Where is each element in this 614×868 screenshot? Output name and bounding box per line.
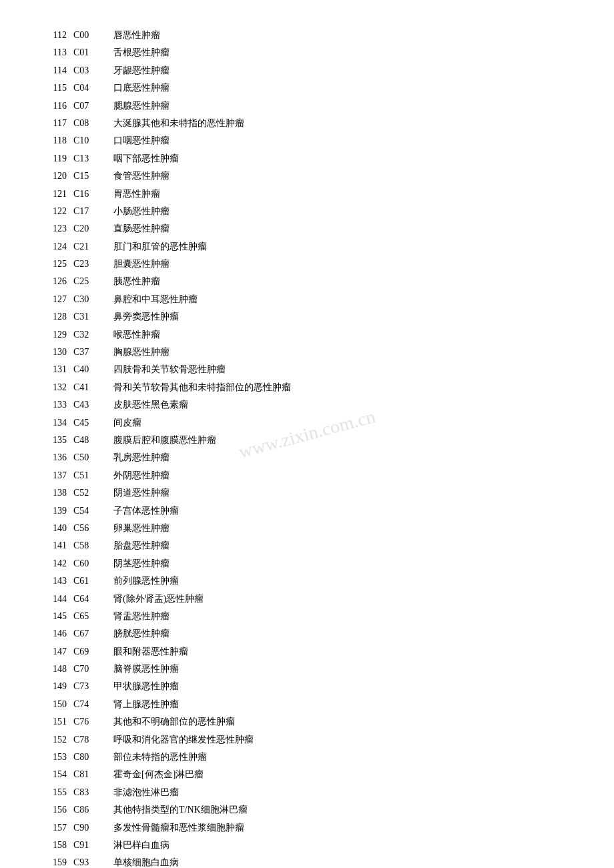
row-number: 112	[40, 28, 73, 43]
row-number: 148	[40, 662, 73, 677]
row-code: C08	[73, 116, 113, 131]
row-code: C90	[73, 821, 113, 835]
row-number: 139	[40, 504, 73, 518]
row-number: 150	[40, 697, 73, 712]
table-row: 149C73甲状腺恶性肿瘤	[40, 678, 574, 695]
row-code: C13	[73, 151, 113, 166]
row-description: 腮腺恶性肿瘤	[113, 99, 574, 113]
row-code: C04	[73, 81, 113, 95]
table-row: 146C67膀胱恶性肿瘤	[40, 625, 574, 642]
row-description: 乳房恶性肿瘤	[113, 450, 574, 465]
row-description: 非滤泡性淋巴瘤	[113, 785, 574, 800]
row-description: 口咽恶性肿瘤	[113, 133, 574, 148]
row-code: C73	[73, 679, 113, 694]
row-description: 唇恶性肿瘤	[113, 28, 574, 43]
row-description: 其他和不明确部位的恶性肿瘤	[113, 715, 574, 729]
row-description: 胃恶性肿瘤	[113, 187, 574, 201]
table-row: 128C31鼻旁窦恶性肿瘤	[40, 308, 574, 326]
row-description: 阴道恶性肿瘤	[113, 486, 574, 500]
row-description: 喉恶性肿瘤	[113, 328, 574, 342]
row-number: 145	[40, 609, 73, 624]
row-description: 霍奇金[何杰金]淋巴瘤	[113, 767, 574, 782]
row-number: 144	[40, 592, 73, 606]
row-code: C76	[73, 715, 113, 729]
row-description: 阴茎恶性肿瘤	[113, 556, 574, 571]
table-row: 150C74肾上腺恶性肿瘤	[40, 696, 574, 713]
row-number: 114	[40, 63, 73, 78]
row-description: 子宫体恶性肿瘤	[113, 504, 574, 518]
table-row: 131C40四肢骨和关节软骨恶性肿瘤	[40, 361, 574, 378]
row-description: 眼和附器恶性肿瘤	[113, 644, 574, 659]
row-description: 咽下部恶性肿瘤	[113, 151, 574, 166]
table-row: 113C01舌根恶性肿瘤	[40, 44, 574, 61]
table-row: 140C56卵巢恶性肿瘤	[40, 520, 574, 537]
row-code: C54	[73, 504, 113, 518]
row-description: 其他特指类型的T/NK细胞淋巴瘤	[113, 803, 574, 817]
row-number: 137	[40, 468, 73, 483]
table-row: 129C32喉恶性肿瘤	[40, 326, 574, 344]
row-code: C03	[73, 63, 113, 78]
row-code: C31	[73, 310, 113, 324]
row-description: 胆囊恶性肿瘤	[113, 257, 574, 272]
table-row: 136C50乳房恶性肿瘤	[40, 449, 574, 466]
row-number: 124	[40, 240, 73, 254]
table-row: 120C15食管恶性肿瘤	[40, 167, 574, 185]
row-code: C52	[73, 486, 113, 500]
row-number: 133	[40, 398, 73, 412]
row-description: 食管恶性肿瘤	[113, 169, 574, 183]
table-row: 119C13咽下部恶性肿瘤	[40, 150, 574, 167]
row-description: 骨和关节软骨其他和未特指部位的恶性肿瘤	[113, 380, 574, 395]
row-number: 155	[40, 785, 73, 800]
table-row: 142C60阴茎恶性肿瘤	[40, 555, 574, 572]
row-number: 152	[40, 733, 73, 747]
row-code: C58	[73, 538, 113, 553]
row-number: 141	[40, 538, 73, 553]
row-description: 胎盘恶性肿瘤	[113, 538, 574, 553]
row-description: 鼻腔和中耳恶性肿瘤	[113, 292, 574, 307]
row-number: 153	[40, 750, 73, 765]
table-row: 151C76其他和不明确部位的恶性肿瘤	[40, 713, 574, 731]
row-description: 卵巢恶性肿瘤	[113, 521, 574, 536]
table-row: 147C69眼和附器恶性肿瘤	[40, 643, 574, 661]
table-row: 132C41骨和关节软骨其他和未特指部位的恶性肿瘤	[40, 379, 574, 396]
row-description: 小肠恶性肿瘤	[113, 204, 574, 219]
row-description: 间皮瘤	[113, 416, 574, 430]
table-row: 127C30鼻腔和中耳恶性肿瘤	[40, 291, 574, 308]
row-description: 单核细胞白血病	[113, 855, 574, 868]
row-code: C93	[73, 855, 113, 868]
row-description: 部位未特指的恶性肿瘤	[113, 750, 574, 765]
row-code: C10	[73, 133, 113, 148]
row-number: 154	[40, 767, 73, 782]
row-number: 138	[40, 486, 73, 500]
row-code: C78	[73, 733, 113, 747]
row-code: C41	[73, 380, 113, 395]
row-number: 129	[40, 328, 73, 342]
row-number: 116	[40, 99, 73, 113]
row-number: 140	[40, 521, 73, 536]
row-code: C83	[73, 785, 113, 800]
row-description: 肛门和肛管的恶性肿瘤	[113, 240, 574, 254]
row-description: 牙龈恶性肿瘤	[113, 63, 574, 78]
table-row: 123C20直肠恶性肿瘤	[40, 220, 574, 238]
row-number: 118	[40, 133, 73, 148]
row-number: 128	[40, 310, 73, 324]
row-number: 151	[40, 715, 73, 729]
row-code: C32	[73, 328, 113, 342]
table-row: 121C16胃恶性肿瘤	[40, 185, 574, 203]
row-number: 156	[40, 803, 73, 817]
row-code: C37	[73, 345, 113, 360]
row-code: C56	[73, 521, 113, 536]
row-description: 淋巴样白血病	[113, 838, 574, 853]
row-description: 肾上腺恶性肿瘤	[113, 697, 574, 712]
row-description: 脑脊膜恶性肿瘤	[113, 662, 574, 677]
row-number: 126	[40, 274, 73, 289]
row-description: 直肠恶性肿瘤	[113, 222, 574, 236]
table-row: 141C58胎盘恶性肿瘤	[40, 537, 574, 554]
row-number: 149	[40, 679, 73, 694]
row-code: C45	[73, 416, 113, 430]
row-code: C64	[73, 592, 113, 606]
row-code: C15	[73, 169, 113, 183]
table-row: 133C43皮肤恶性黑色素瘤	[40, 396, 574, 414]
row-number: 142	[40, 556, 73, 571]
table-row: 122C17小肠恶性肿瘤	[40, 203, 574, 220]
